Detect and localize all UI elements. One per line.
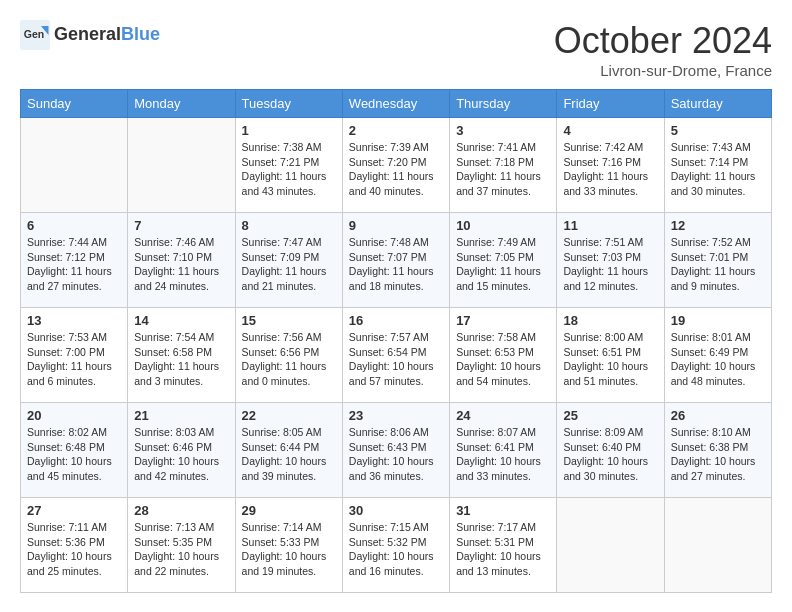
day-number: 8	[242, 218, 336, 233]
table-row: 26 Sunrise: 8:10 AMSunset: 6:38 PMDaylig…	[664, 403, 771, 498]
table-row: 24 Sunrise: 8:07 AMSunset: 6:41 PMDaylig…	[450, 403, 557, 498]
day-number: 1	[242, 123, 336, 138]
day-number: 4	[563, 123, 657, 138]
calendar-week-row: 27 Sunrise: 7:11 AMSunset: 5:36 PMDaylig…	[21, 498, 772, 593]
day-number: 18	[563, 313, 657, 328]
day-detail: Sunrise: 7:15 AMSunset: 5:32 PMDaylight:…	[349, 520, 443, 579]
day-number: 14	[134, 313, 228, 328]
day-detail: Sunrise: 8:02 AMSunset: 6:48 PMDaylight:…	[27, 425, 121, 484]
table-row: 14 Sunrise: 7:54 AMSunset: 6:58 PMDaylig…	[128, 308, 235, 403]
table-row: 31 Sunrise: 7:17 AMSunset: 5:31 PMDaylig…	[450, 498, 557, 593]
table-row: 23 Sunrise: 8:06 AMSunset: 6:43 PMDaylig…	[342, 403, 449, 498]
table-row: 15 Sunrise: 7:56 AMSunset: 6:56 PMDaylig…	[235, 308, 342, 403]
day-detail: Sunrise: 7:11 AMSunset: 5:36 PMDaylight:…	[27, 520, 121, 579]
day-detail: Sunrise: 7:44 AMSunset: 7:12 PMDaylight:…	[27, 235, 121, 294]
logo-icon: Gen	[20, 20, 50, 50]
day-number: 10	[456, 218, 550, 233]
calendar-week-row: 6 Sunrise: 7:44 AMSunset: 7:12 PMDayligh…	[21, 213, 772, 308]
day-detail: Sunrise: 8:09 AMSunset: 6:40 PMDaylight:…	[563, 425, 657, 484]
day-number: 7	[134, 218, 228, 233]
day-detail: Sunrise: 7:47 AMSunset: 7:09 PMDaylight:…	[242, 235, 336, 294]
day-detail: Sunrise: 7:49 AMSunset: 7:05 PMDaylight:…	[456, 235, 550, 294]
month-title: October 2024	[554, 20, 772, 62]
table-row	[128, 118, 235, 213]
title-block: October 2024 Livron-sur-Drome, France	[554, 20, 772, 79]
day-detail: Sunrise: 8:01 AMSunset: 6:49 PMDaylight:…	[671, 330, 765, 389]
table-row: 22 Sunrise: 8:05 AMSunset: 6:44 PMDaylig…	[235, 403, 342, 498]
table-row: 25 Sunrise: 8:09 AMSunset: 6:40 PMDaylig…	[557, 403, 664, 498]
day-detail: Sunrise: 8:00 AMSunset: 6:51 PMDaylight:…	[563, 330, 657, 389]
day-number: 15	[242, 313, 336, 328]
day-detail: Sunrise: 7:54 AMSunset: 6:58 PMDaylight:…	[134, 330, 228, 389]
table-row: 27 Sunrise: 7:11 AMSunset: 5:36 PMDaylig…	[21, 498, 128, 593]
col-sunday: Sunday	[21, 90, 128, 118]
day-number: 28	[134, 503, 228, 518]
table-row	[664, 498, 771, 593]
table-row: 21 Sunrise: 8:03 AMSunset: 6:46 PMDaylig…	[128, 403, 235, 498]
day-detail: Sunrise: 7:14 AMSunset: 5:33 PMDaylight:…	[242, 520, 336, 579]
day-number: 24	[456, 408, 550, 423]
table-row: 1 Sunrise: 7:38 AMSunset: 7:21 PMDayligh…	[235, 118, 342, 213]
table-row: 6 Sunrise: 7:44 AMSunset: 7:12 PMDayligh…	[21, 213, 128, 308]
day-number: 26	[671, 408, 765, 423]
day-number: 9	[349, 218, 443, 233]
day-number: 29	[242, 503, 336, 518]
day-detail: Sunrise: 7:58 AMSunset: 6:53 PMDaylight:…	[456, 330, 550, 389]
location: Livron-sur-Drome, France	[554, 62, 772, 79]
day-number: 12	[671, 218, 765, 233]
table-row: 28 Sunrise: 7:13 AMSunset: 5:35 PMDaylig…	[128, 498, 235, 593]
day-number: 16	[349, 313, 443, 328]
day-number: 21	[134, 408, 228, 423]
table-row: 10 Sunrise: 7:49 AMSunset: 7:05 PMDaylig…	[450, 213, 557, 308]
day-detail: Sunrise: 7:57 AMSunset: 6:54 PMDaylight:…	[349, 330, 443, 389]
col-tuesday: Tuesday	[235, 90, 342, 118]
day-number: 2	[349, 123, 443, 138]
day-number: 25	[563, 408, 657, 423]
day-number: 19	[671, 313, 765, 328]
day-detail: Sunrise: 7:51 AMSunset: 7:03 PMDaylight:…	[563, 235, 657, 294]
table-row: 19 Sunrise: 8:01 AMSunset: 6:49 PMDaylig…	[664, 308, 771, 403]
table-row: 9 Sunrise: 7:48 AMSunset: 7:07 PMDayligh…	[342, 213, 449, 308]
day-detail: Sunrise: 7:56 AMSunset: 6:56 PMDaylight:…	[242, 330, 336, 389]
table-row: 29 Sunrise: 7:14 AMSunset: 5:33 PMDaylig…	[235, 498, 342, 593]
col-monday: Monday	[128, 90, 235, 118]
table-row	[21, 118, 128, 213]
table-row: 30 Sunrise: 7:15 AMSunset: 5:32 PMDaylig…	[342, 498, 449, 593]
day-number: 22	[242, 408, 336, 423]
day-detail: Sunrise: 8:06 AMSunset: 6:43 PMDaylight:…	[349, 425, 443, 484]
table-row: 3 Sunrise: 7:41 AMSunset: 7:18 PMDayligh…	[450, 118, 557, 213]
logo-blue: Blue	[121, 24, 160, 44]
col-friday: Friday	[557, 90, 664, 118]
day-number: 27	[27, 503, 121, 518]
table-row: 13 Sunrise: 7:53 AMSunset: 7:00 PMDaylig…	[21, 308, 128, 403]
day-number: 3	[456, 123, 550, 138]
table-row: 16 Sunrise: 7:57 AMSunset: 6:54 PMDaylig…	[342, 308, 449, 403]
table-row: 8 Sunrise: 7:47 AMSunset: 7:09 PMDayligh…	[235, 213, 342, 308]
day-detail: Sunrise: 7:13 AMSunset: 5:35 PMDaylight:…	[134, 520, 228, 579]
table-row: 20 Sunrise: 8:02 AMSunset: 6:48 PMDaylig…	[21, 403, 128, 498]
calendar-table: Sunday Monday Tuesday Wednesday Thursday…	[20, 89, 772, 593]
day-detail: Sunrise: 7:41 AMSunset: 7:18 PMDaylight:…	[456, 140, 550, 199]
day-number: 31	[456, 503, 550, 518]
day-number: 17	[456, 313, 550, 328]
day-detail: Sunrise: 8:03 AMSunset: 6:46 PMDaylight:…	[134, 425, 228, 484]
logo: Gen GeneralBlue	[20, 20, 160, 50]
svg-text:Gen: Gen	[24, 28, 44, 40]
table-row	[557, 498, 664, 593]
col-saturday: Saturday	[664, 90, 771, 118]
day-number: 13	[27, 313, 121, 328]
page-header: Gen GeneralBlue October 2024 Livron-sur-…	[20, 20, 772, 79]
day-number: 23	[349, 408, 443, 423]
day-detail: Sunrise: 7:53 AMSunset: 7:00 PMDaylight:…	[27, 330, 121, 389]
day-detail: Sunrise: 7:42 AMSunset: 7:16 PMDaylight:…	[563, 140, 657, 199]
table-row: 2 Sunrise: 7:39 AMSunset: 7:20 PMDayligh…	[342, 118, 449, 213]
day-number: 20	[27, 408, 121, 423]
day-detail: Sunrise: 7:46 AMSunset: 7:10 PMDaylight:…	[134, 235, 228, 294]
day-number: 30	[349, 503, 443, 518]
day-detail: Sunrise: 8:05 AMSunset: 6:44 PMDaylight:…	[242, 425, 336, 484]
table-row: 11 Sunrise: 7:51 AMSunset: 7:03 PMDaylig…	[557, 213, 664, 308]
day-detail: Sunrise: 7:43 AMSunset: 7:14 PMDaylight:…	[671, 140, 765, 199]
table-row: 17 Sunrise: 7:58 AMSunset: 6:53 PMDaylig…	[450, 308, 557, 403]
calendar-week-row: 13 Sunrise: 7:53 AMSunset: 7:00 PMDaylig…	[21, 308, 772, 403]
day-detail: Sunrise: 7:48 AMSunset: 7:07 PMDaylight:…	[349, 235, 443, 294]
